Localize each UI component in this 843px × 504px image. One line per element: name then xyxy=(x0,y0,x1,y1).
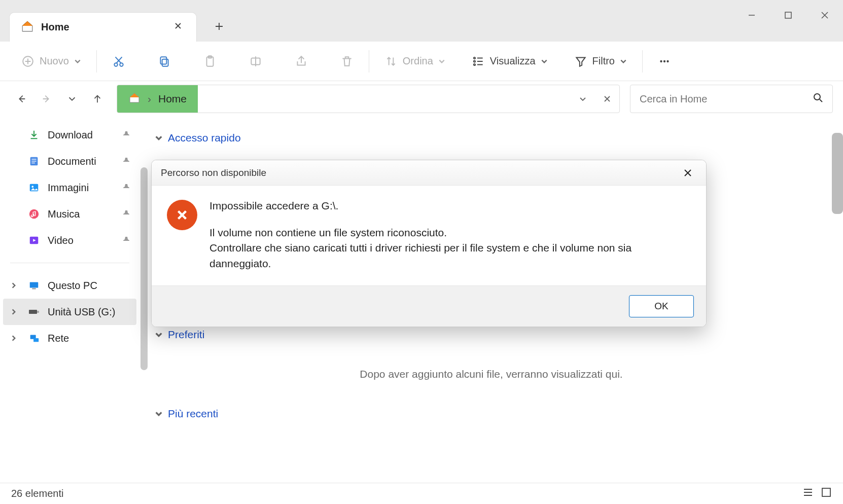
search-icon[interactable] xyxy=(813,93,823,105)
thumbnails-view-button[interactable] xyxy=(821,487,832,500)
sidebar-usb[interactable]: Unità USB (G:) xyxy=(3,299,136,325)
minimize-button[interactable] xyxy=(733,0,770,30)
toolbar: Nuovo Ordina Visualizza Filtro xyxy=(0,42,843,81)
svg-rect-5 xyxy=(160,57,166,64)
tab-home[interactable]: Home xyxy=(9,12,197,42)
sidebar: Download Documenti Immagini Musica Video xyxy=(0,117,139,483)
separator xyxy=(96,50,97,73)
filter-button[interactable]: Filtro xyxy=(567,50,634,73)
maximize-button[interactable] xyxy=(770,0,806,30)
dialog-close-button[interactable] xyxy=(679,164,697,182)
dialog-heading: Impossibile accedere a G:\. xyxy=(209,200,691,212)
separator xyxy=(10,263,129,263)
forward-button[interactable] xyxy=(36,88,58,110)
window-controls xyxy=(733,0,843,30)
breadcrumb-text: Home xyxy=(158,93,187,105)
sidebar-download[interactable]: Download xyxy=(3,122,136,148)
svg-rect-24 xyxy=(30,282,39,288)
svg-point-15 xyxy=(814,94,820,100)
sidebar-video[interactable]: Video xyxy=(3,227,136,254)
svg-rect-0 xyxy=(785,12,791,18)
sidebar-documents[interactable]: Documenti xyxy=(3,148,136,174)
svg-rect-26 xyxy=(29,310,37,314)
network-icon xyxy=(27,333,41,344)
sidebar-music[interactable]: Musica xyxy=(3,201,136,227)
svg-point-13 xyxy=(663,60,665,62)
up-button[interactable] xyxy=(86,88,109,110)
svg-rect-4 xyxy=(162,59,168,66)
separator xyxy=(369,50,369,73)
favorites-empty-message: Dopo aver aggiunto alcuni file, verranno… xyxy=(155,347,828,402)
dialog-message-line2: Controllare che siano caricati tutti i d… xyxy=(209,240,691,271)
pin-icon xyxy=(122,156,130,167)
back-button[interactable] xyxy=(10,88,32,110)
error-dialog: Percorso non disponibile Impossibile acc… xyxy=(151,160,707,327)
sidebar-thispc[interactable]: Questo PC xyxy=(3,272,136,299)
new-button[interactable]: Nuovo xyxy=(14,50,88,73)
video-icon xyxy=(27,235,41,246)
view-button[interactable]: Visualizza xyxy=(465,50,555,73)
breadcrumb-clear-button[interactable] xyxy=(595,85,619,113)
chevron-right-icon[interactable] xyxy=(10,280,17,292)
images-icon xyxy=(27,182,41,193)
svg-point-12 xyxy=(660,60,662,62)
sort-button[interactable]: Ordina xyxy=(377,50,452,73)
sidebar-images[interactable]: Immagini xyxy=(3,174,136,201)
copy-button[interactable] xyxy=(151,50,178,73)
nav-row: › Home xyxy=(0,81,843,117)
recent-dropdown-button[interactable] xyxy=(61,88,83,110)
music-icon xyxy=(27,208,41,220)
error-icon xyxy=(167,200,197,230)
dialog-ok-button[interactable]: OK xyxy=(629,295,694,317)
svg-rect-18 xyxy=(31,161,36,161)
details-view-button[interactable] xyxy=(802,487,814,500)
outer-scrollbar[interactable] xyxy=(832,133,843,214)
cut-button[interactable] xyxy=(105,50,132,73)
svg-rect-25 xyxy=(32,289,36,290)
svg-rect-27 xyxy=(37,311,39,313)
search-box[interactable] xyxy=(630,85,833,113)
tab-close-button[interactable] xyxy=(171,19,185,35)
documents-icon xyxy=(27,156,41,167)
section-recent[interactable]: Più recenti xyxy=(155,402,828,426)
titlebar: Home xyxy=(0,0,843,42)
svg-point-2 xyxy=(114,63,118,66)
sidebar-network[interactable]: Rete xyxy=(3,325,136,351)
svg-rect-30 xyxy=(822,488,830,496)
paste-button xyxy=(196,50,224,73)
rename-button xyxy=(242,50,269,73)
download-icon xyxy=(27,129,41,140)
usb-icon xyxy=(27,308,41,315)
separator xyxy=(642,50,643,73)
new-tab-button[interactable] xyxy=(207,14,231,39)
svg-point-9 xyxy=(474,57,475,58)
svg-rect-19 xyxy=(31,163,34,163)
inner-scrollbar[interactable] xyxy=(139,117,149,483)
pin-icon xyxy=(122,129,130,141)
home-icon xyxy=(128,92,140,106)
search-input[interactable] xyxy=(640,93,813,105)
breadcrumb-home[interactable]: › Home xyxy=(117,85,198,113)
status-item-count: 26 elementi xyxy=(11,488,63,499)
chevron-right-icon[interactable] xyxy=(10,333,17,344)
delete-button xyxy=(333,50,361,73)
tab-title: Home xyxy=(41,21,164,33)
close-button[interactable] xyxy=(806,0,843,30)
dialog-title: Percorso non disponibile xyxy=(161,167,266,178)
status-bar: 26 elementi xyxy=(0,483,843,504)
pc-icon xyxy=(27,280,41,291)
svg-point-10 xyxy=(474,60,475,62)
pin-icon xyxy=(122,235,130,246)
chevron-right-icon[interactable] xyxy=(10,306,17,318)
pin-icon xyxy=(122,208,130,220)
svg-point-11 xyxy=(474,63,475,65)
breadcrumb-dropdown-button[interactable] xyxy=(571,85,595,113)
share-button xyxy=(288,50,315,73)
svg-point-21 xyxy=(31,186,33,188)
home-icon xyxy=(21,20,34,35)
svg-rect-29 xyxy=(33,338,39,342)
section-quick-access[interactable]: Accesso rapido xyxy=(155,126,828,150)
svg-point-3 xyxy=(120,63,123,66)
breadcrumb[interactable]: › Home xyxy=(117,85,620,113)
more-button[interactable] xyxy=(651,50,678,73)
